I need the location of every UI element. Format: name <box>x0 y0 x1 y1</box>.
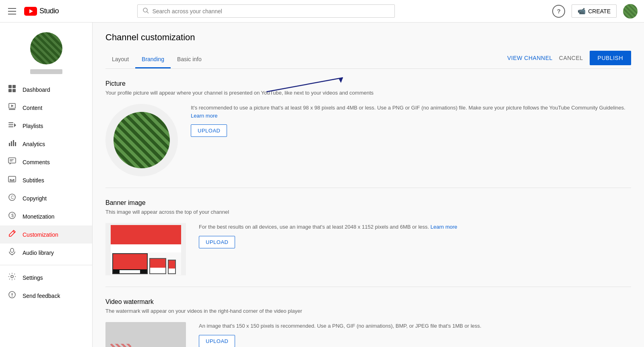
watermark-section: Video watermark The watermark will appea… <box>105 287 631 347</box>
sidebar-label-send-feedback: Send feedback <box>23 293 60 299</box>
create-button[interactable]: 📹 CREATE <box>572 4 617 18</box>
picture-section: Picture Your profile picture will appear… <box>105 69 631 188</box>
svg-rect-32 <box>10 248 14 252</box>
sidebar-divider <box>0 265 92 265</box>
svg-rect-37 <box>12 296 12 297</box>
svg-rect-7 <box>12 89 16 92</box>
svg-rect-18 <box>15 142 16 146</box>
svg-rect-16 <box>11 141 12 146</box>
picture-row: It's recommended to use a picture that's… <box>105 104 631 176</box>
banner-upload-button[interactable]: UPLOAD <box>199 236 235 248</box>
svg-rect-19 <box>8 158 16 163</box>
picture-info-text: It's recommended to use a picture that's… <box>191 104 631 120</box>
picture-info: It's recommended to use a picture that's… <box>191 104 631 137</box>
svg-rect-22 <box>10 161 12 161</box>
svg-rect-15 <box>9 143 10 146</box>
tab-layout[interactable]: Layout <box>105 51 135 68</box>
watermark-title: Video watermark <box>105 298 631 306</box>
youtube-logo <box>24 7 37 16</box>
avatar-image <box>623 4 638 19</box>
sidebar-label-content: Content <box>23 105 42 111</box>
channel-info <box>0 27 92 81</box>
playlists-icon <box>8 121 16 131</box>
sidebar-label-dashboard: Dashboard <box>23 87 50 93</box>
svg-text:C: C <box>11 195 14 200</box>
tab-basic-info[interactable]: Basic info <box>171 51 208 68</box>
channel-name <box>30 69 62 74</box>
banner-title: Banner image <box>105 199 631 207</box>
banner-description: This image will appear across the top of… <box>105 209 631 215</box>
profile-preview-image <box>114 112 170 168</box>
camera-icon: 📹 <box>578 7 586 15</box>
sidebar-item-audio-library[interactable]: Audio library <box>0 244 92 262</box>
search-input[interactable] <box>152 8 390 14</box>
svg-rect-21 <box>10 159 14 160</box>
sidebar-item-content[interactable]: Content <box>0 99 92 117</box>
svg-rect-4 <box>8 85 12 88</box>
sidebar-item-dashboard[interactable]: Dashboard <box>0 81 92 99</box>
channel-avatar-image <box>30 32 62 64</box>
studio-text: Studio <box>39 7 59 15</box>
svg-rect-13 <box>8 126 13 127</box>
nav-left: Studio <box>6 6 59 16</box>
cancel-button[interactable]: CANCEL <box>559 55 583 61</box>
channel-avatar <box>30 32 62 64</box>
logo[interactable]: Studio <box>24 7 59 16</box>
watermark-row: ▶ ⏭ 🔊 ⚙ ⛶ ⤢ An image that's 150 x 150 pi… <box>105 322 631 347</box>
dashboard-icon <box>8 85 16 95</box>
help-button[interactable]: ? <box>552 5 565 18</box>
sidebar-item-playlists[interactable]: Playlists <box>0 117 92 135</box>
svg-rect-11 <box>8 122 13 123</box>
svg-rect-17 <box>13 140 14 146</box>
sidebar-label-subtitles: Subtitles <box>23 177 44 184</box>
banner-info: For the best results on all devices, use… <box>199 223 631 248</box>
banner-preview <box>105 223 186 275</box>
watermark-preview: ▶ ⏭ 🔊 ⚙ ⛶ ⤢ <box>105 322 186 347</box>
search-bar <box>137 4 395 18</box>
sidebar-item-customization[interactable]: Customization <box>0 225 92 244</box>
menu-button[interactable] <box>6 6 18 16</box>
tabs: Layout Branding Basic info <box>105 51 208 68</box>
sidebar-label-comments: Comments <box>23 159 50 165</box>
main-content: Channel customization Layout Branding Ba… <box>93 23 644 347</box>
watermark-upload-button[interactable]: UPLOAD <box>199 335 235 347</box>
watermark-description: The watermark will appear on your videos… <box>105 308 631 314</box>
sidebar: Dashboard Content Playlists <box>0 23 93 347</box>
sidebar-item-send-feedback[interactable]: Send feedback <box>0 287 92 305</box>
svg-rect-12 <box>8 124 13 125</box>
avatar[interactable] <box>623 4 638 19</box>
sidebar-item-analytics[interactable]: Analytics <box>0 135 92 153</box>
picture-learn-more[interactable]: Learn more <box>191 113 217 119</box>
sidebar-item-copyright[interactable]: C Copyright <box>0 189 92 207</box>
banner-row: For the best results on all devices, use… <box>105 223 631 275</box>
picture-preview <box>105 104 178 176</box>
create-label: CREATE <box>588 8 611 14</box>
sidebar-item-subtitles[interactable]: Subtitles <box>0 171 92 189</box>
svg-line-31 <box>13 231 14 233</box>
sidebar-item-comments[interactable]: Comments <box>0 153 92 171</box>
view-channel-button[interactable]: VIEW CHANNEL <box>507 55 553 61</box>
publish-button[interactable]: PUBLISH <box>590 51 631 65</box>
sidebar-label-analytics: Analytics <box>23 141 45 147</box>
tab-branding[interactable]: Branding <box>135 51 171 68</box>
sidebar-label-monetization: Monetization <box>23 213 54 220</box>
nav-right: ? 📹 CREATE <box>552 4 638 19</box>
feedback-icon <box>8 291 16 301</box>
svg-rect-10 <box>9 109 15 110</box>
sidebar-item-settings[interactable]: Settings <box>0 269 92 287</box>
picture-description: Your profile picture will appear where y… <box>105 90 631 96</box>
monetization-icon: $ <box>8 211 16 221</box>
banner-learn-more[interactable]: Learn more <box>431 224 457 230</box>
sidebar-label-copyright: Copyright <box>23 195 47 202</box>
svg-line-3 <box>147 12 149 13</box>
sidebar-item-monetization[interactable]: $ Monetization <box>0 207 92 225</box>
copyright-icon: C <box>8 193 16 203</box>
sidebar-label-playlists: Playlists <box>23 123 43 129</box>
svg-rect-6 <box>8 89 12 92</box>
picture-upload-button[interactable]: UPLOAD <box>191 124 227 137</box>
svg-marker-14 <box>14 123 16 127</box>
svg-point-2 <box>143 8 147 12</box>
svg-rect-5 <box>12 85 16 88</box>
watermark-info-text: An image that's 150 x 150 pixels is reco… <box>199 322 631 330</box>
analytics-icon <box>8 139 16 149</box>
